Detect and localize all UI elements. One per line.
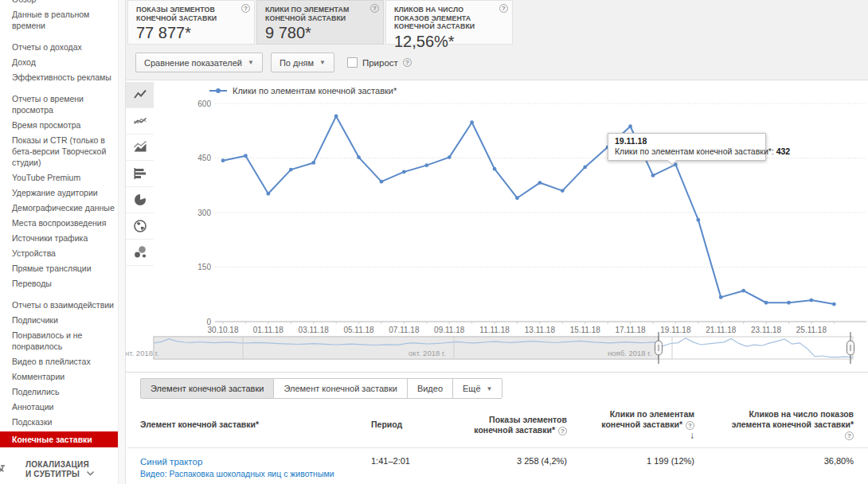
sidebar-item[interactable]: Подсказки	[12, 416, 117, 427]
metric-cards-row: ПОКАЗЫ ЭЛЕМЕНТОВ КОНЕЧНОЙ ЗАСТАВКИ77 877…	[127, 0, 513, 45]
tooltip-metric-value: 432	[776, 146, 791, 156]
growth-checkbox[interactable]	[347, 57, 358, 68]
data-point	[311, 161, 315, 165]
data-point	[244, 154, 248, 158]
help-icon[interactable]: ?	[370, 4, 379, 13]
data-point	[741, 289, 745, 293]
sidebar-item[interactable]: Подписчики	[12, 314, 117, 326]
sidebar-item[interactable]: Отчеты о времени просмотра	[12, 93, 117, 115]
table-column-header[interactable]: Клики по элементам конечной заставки*?↓	[581, 404, 709, 447]
youtube-analytics-end-screens-page: { "sidebar": { "groups": [ { "items": ["…	[0, 0, 868, 484]
sidebar-item[interactable]: Доход	[12, 57, 117, 68]
sidebar-scrollbar[interactable]	[118, 0, 126, 484]
metric-card[interactable]: КЛИКОВ НА ЧИСЛО ПОКАЗОВ ЭЛЕМЕНТА КОНЕЧНО…	[385, 0, 513, 45]
data-point	[810, 299, 814, 302]
overview-month-label: сент. 2018 г.	[126, 349, 159, 357]
clicks-cell: 1 199 (12%)	[581, 447, 709, 484]
sidebar-item[interactable]: Устройства	[12, 248, 117, 259]
growth-checkbox-wrap: Прирост ?	[347, 57, 412, 68]
sidebar-item[interactable]: Отчеты о взаимодействии	[12, 299, 117, 310]
sidebar-item[interactable]: YouTube Premium	[12, 172, 117, 183]
tooltip-value-line: Клики по элементам конечной заставки*: 4…	[615, 146, 759, 157]
compare-metrics-dropdown[interactable]: Сравнение показателей ▼	[135, 53, 263, 72]
sidebar-item[interactable]: Прямые трансляции	[12, 263, 117, 274]
report-table: Элемент конечной заставки*ПериодПоказы э…	[127, 404, 868, 484]
y-axis-tick-label: 300	[197, 209, 211, 217]
help-icon[interactable]: ?	[241, 4, 250, 13]
sidebar-item[interactable]: Отчеты о доходах	[12, 41, 117, 53]
sidebar-item[interactable]: Удержание аудитории	[12, 187, 117, 198]
sidebar-item[interactable]: Понравилось и не понравилось	[12, 330, 117, 352]
impressions-cell: 3 258 (4,2%)	[446, 447, 581, 484]
sidebar-item[interactable]: Время просмотра	[12, 119, 117, 131]
table-column-header[interactable]: Период	[358, 404, 446, 447]
x-axis-tick-label: 25.11.18	[796, 326, 827, 334]
data-point	[787, 301, 791, 305]
column-header-label: Кликов на число показов элемента конечно…	[732, 409, 854, 429]
table-row: Синий тракторВидео: Распаковка шоколадны…	[127, 447, 868, 484]
help-icon[interactable]: ?	[845, 431, 854, 440]
sidebar-footer: АЛОКАЛИЗАЦИЯ И СУБТИТРЫСОЗДАТЬ	[0, 459, 118, 484]
metric-card[interactable]: КЛИКИ ПО ЭЛЕМЕНТАМ КОНЕЧНОЙ ЗАСТАВКИ9 78…	[256, 0, 384, 45]
x-axis-tick-label: 19.11.18	[660, 326, 691, 334]
x-axis-tick-label: 03.11.18	[299, 326, 330, 334]
x-axis-tick-label: 21.11.18	[706, 326, 737, 334]
metric-card[interactable]: ПОКАЗЫ ЭЛЕМЕНТОВ КОНЕЧНОЙ ЗАСТАВКИ77 877…	[127, 0, 255, 45]
sidebar-item[interactable]: Демографические данные	[12, 202, 117, 213]
sidebar-item[interactable]: Данные в реальном времени	[12, 9, 117, 31]
trend-chart[interactable]: 600450300150030.10.1801.11.1803.11.1805.…	[126, 80, 868, 373]
tooltip-date: 19.11.18	[615, 136, 759, 146]
x-axis-tick-label: 23.11.18	[751, 326, 782, 334]
sidebar-item[interactable]: Места воспроизведения	[12, 217, 117, 228]
sort-desc-icon: ↓	[690, 430, 694, 441]
help-icon[interactable]: ?	[499, 4, 508, 13]
sidebar-item[interactable]: Видео в плейлистах	[12, 356, 117, 367]
tab-dimension[interactable]: Видео	[408, 378, 453, 399]
metric-card-label: ПОКАЗЫ ЭЛЕМЕНТОВ КОНЕЧНОЙ ЗАСТАВКИ	[136, 6, 241, 22]
chart-tooltip: 19.11.18 Клики по элементам конечной зас…	[608, 133, 766, 161]
tab-more[interactable]: Ещё▼	[453, 378, 502, 399]
metric-card-value: 9 780*	[265, 24, 377, 42]
table-column-header[interactable]: Элемент конечной заставки*	[127, 404, 358, 447]
sidebar-item[interactable]: Конечные заставки	[0, 431, 118, 447]
metric-card-label: КЛИКОВ НА ЧИСЛО ПОКАЗОВ ЭЛЕМЕНТА КОНЕЧНО…	[394, 6, 499, 31]
metric-card-value: 12,56%*	[394, 33, 506, 51]
data-point	[583, 166, 587, 170]
data-point	[832, 302, 836, 306]
sidebar-item[interactable]: Комментарии	[12, 371, 117, 382]
data-point	[221, 158, 225, 162]
sidebar-item[interactable]: Показы и CTR (только в бета-версии Творч…	[12, 135, 117, 168]
tab-dimension[interactable]: Элемент конечной заставки	[274, 378, 407, 399]
dimension-tabs: Элемент конечной заставкиЭлемент конечно…	[140, 378, 502, 399]
sidebar-item[interactable]: Поделились	[12, 386, 117, 397]
sidebar-section-label: ЛОКАЛИЗАЦИЯ И СУБТИТРЫ	[25, 460, 89, 479]
sidebar-item[interactable]: Источники трафика	[12, 232, 117, 244]
help-icon[interactable]: ?	[686, 421, 694, 430]
video-link[interactable]: Видео: Распаковка шоколадных яиц с живот…	[140, 468, 344, 479]
x-axis-tick-label: 15.11.18	[570, 326, 601, 334]
chevron-down-icon	[86, 465, 95, 479]
sidebar-item[interactable]: Обзор	[12, 0, 117, 5]
help-icon[interactable]: ?	[403, 58, 412, 67]
x-axis-tick-label: 13.11.18	[525, 326, 556, 334]
data-point	[628, 124, 632, 128]
table-column-header[interactable]: Показы элементов конечной заставки*?	[446, 404, 581, 447]
sidebar-item[interactable]: Аннотации	[12, 401, 117, 412]
sidebar-item[interactable]: Переводы	[12, 278, 117, 289]
column-header-label: Период	[371, 420, 402, 429]
x-axis-tick-label: 30.10.18	[208, 326, 239, 334]
period-cell: 1:41–2:01	[358, 447, 446, 484]
help-icon[interactable]: ?	[558, 427, 567, 435]
sidebar-section-translate[interactable]: АЛОКАЛИЗАЦИЯ И СУБТИТРЫ	[0, 459, 106, 482]
main-content: ПОКАЗЫ ЭЛЕМЕНТОВ КОНЕЧНОЙ ЗАСТАВКИ77 877…	[126, 0, 868, 484]
x-axis-tick-label: 01.11.18	[253, 326, 284, 334]
data-point	[266, 192, 270, 196]
data-point	[470, 120, 474, 124]
tab-dimension[interactable]: Элемент конечной заставки	[140, 378, 274, 399]
sidebar-item[interactable]: Эффективность рекламы	[12, 72, 117, 83]
dimension-tabs-bar: Элемент конечной заставкиЭлемент конечно…	[126, 373, 868, 404]
end-screen-element-link[interactable]: Синий трактор	[140, 456, 344, 468]
table-column-header[interactable]: Кликов на число показов элемента конечно…	[709, 404, 868, 447]
granularity-dropdown[interactable]: По дням ▼	[271, 53, 334, 72]
brush-unselected-region	[154, 337, 659, 359]
